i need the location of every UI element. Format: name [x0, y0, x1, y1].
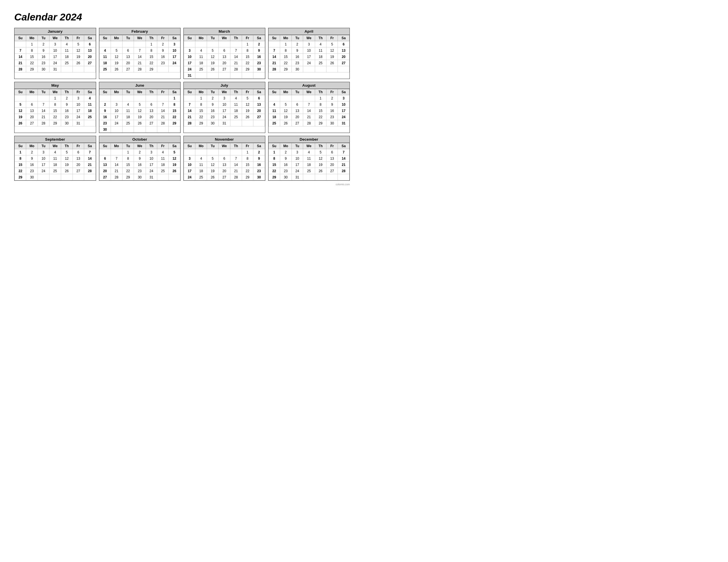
month-title-december: December	[268, 136, 350, 143]
day-cell: 10	[184, 54, 195, 60]
day-cell: 28	[268, 66, 280, 72]
day-cell: 16	[253, 162, 265, 168]
month-november: NovemberSuMoTuWeThFrSa123456789101112131…	[183, 136, 265, 181]
day-header-fr: Fr	[242, 143, 253, 149]
day-cell	[84, 120, 96, 127]
day-header-su: Su	[15, 35, 26, 41]
day-cell	[207, 149, 218, 156]
day-cell: 2	[134, 149, 146, 156]
day-cell: 26	[207, 174, 218, 181]
day-header-mo: Mo	[26, 89, 38, 95]
day-cell: 18	[315, 54, 326, 60]
day-cell: 4	[61, 41, 73, 47]
day-header-tu: Tu	[207, 35, 218, 41]
day-cell: 9	[26, 156, 38, 162]
day-cell: 10	[338, 101, 349, 108]
day-cell: 5	[169, 149, 180, 156]
day-cell: 18	[195, 168, 207, 174]
day-cell: 10	[49, 47, 61, 54]
day-cell: 31	[73, 120, 84, 127]
day-cell: 12	[315, 156, 326, 162]
day-cell: 12	[242, 101, 253, 108]
day-cell: 21	[230, 60, 242, 66]
day-cell: 22	[169, 114, 180, 120]
day-cell: 7	[157, 101, 169, 108]
month-september: SeptemberSuMoTuWeThFrSa12345678910111213…	[14, 136, 96, 181]
day-cell: 20	[291, 114, 303, 120]
day-cell	[303, 66, 315, 72]
day-cell: 23	[134, 168, 146, 174]
day-cell: 13	[291, 108, 303, 114]
day-cell: 18	[195, 60, 207, 66]
day-cell: 11	[303, 156, 315, 162]
day-cell: 15	[242, 54, 253, 60]
day-cell: 2	[291, 41, 303, 47]
day-cell	[99, 149, 111, 156]
day-cell: 9	[326, 101, 338, 108]
day-cell: 17	[291, 162, 303, 168]
day-cell: 12	[61, 156, 73, 162]
day-header-fr: Fr	[326, 89, 338, 95]
day-cell	[157, 95, 169, 101]
day-cell: 14	[338, 156, 349, 162]
day-cell	[218, 41, 230, 47]
day-cell: 31	[49, 66, 61, 72]
day-header-th: Th	[61, 35, 73, 41]
day-cell: 9	[157, 47, 169, 54]
month-title-march: March	[184, 28, 265, 35]
day-header-we: We	[303, 35, 315, 41]
day-header-su: Su	[184, 143, 195, 149]
day-header-tu: Tu	[207, 89, 218, 95]
day-header-su: Su	[184, 35, 195, 41]
day-cell: 18	[49, 162, 61, 168]
day-cell: 5	[15, 101, 26, 108]
day-cell: 31	[184, 72, 195, 79]
day-cell	[253, 72, 265, 79]
day-header-we: We	[49, 35, 61, 41]
day-cell: 19	[134, 114, 146, 120]
day-cell: 22	[280, 60, 291, 66]
day-cell: 14	[184, 108, 195, 114]
day-cell: 17	[184, 60, 195, 66]
day-cell: 17	[338, 108, 349, 114]
day-cell: 3	[184, 47, 195, 54]
day-cell: 11	[99, 54, 111, 60]
day-cell: 29	[280, 66, 291, 72]
day-cell: 1	[280, 41, 291, 47]
day-cell: 15	[242, 162, 253, 168]
day-cell: 29	[242, 66, 253, 72]
day-cell: 23	[99, 120, 111, 127]
day-cell: 26	[111, 66, 122, 72]
day-cell: 18	[99, 60, 111, 66]
day-cell: 11	[268, 108, 280, 114]
day-cell: 7	[134, 47, 146, 54]
day-cell: 9	[99, 108, 111, 114]
day-cell: 2	[38, 41, 49, 47]
day-cell: 16	[38, 54, 49, 60]
day-header-su: Su	[15, 89, 26, 95]
day-cell	[195, 41, 207, 47]
day-cell: 31	[146, 174, 157, 181]
day-header-tu: Tu	[122, 89, 134, 95]
day-cell: 19	[111, 60, 122, 66]
day-cell: 6	[338, 41, 349, 47]
day-cell: 27	[218, 174, 230, 181]
day-cell: 3	[218, 95, 230, 101]
day-header-fr: Fr	[242, 35, 253, 41]
day-cell: 27	[253, 114, 265, 120]
day-cell	[291, 95, 303, 101]
day-cell: 15	[122, 162, 134, 168]
day-cell	[230, 120, 242, 127]
day-cell: 27	[84, 60, 96, 66]
day-cell: 29	[146, 66, 157, 72]
day-header-we: We	[218, 89, 230, 95]
day-cell: 11	[157, 156, 169, 162]
day-cell: 5	[73, 41, 84, 47]
day-header-tu: Tu	[291, 143, 303, 149]
day-cell: 18	[61, 54, 73, 60]
day-header-su: Su	[268, 89, 280, 95]
day-cell: 24	[338, 114, 349, 120]
day-cell: 16	[326, 108, 338, 114]
day-cell	[146, 95, 157, 101]
day-cell: 13	[122, 54, 134, 60]
